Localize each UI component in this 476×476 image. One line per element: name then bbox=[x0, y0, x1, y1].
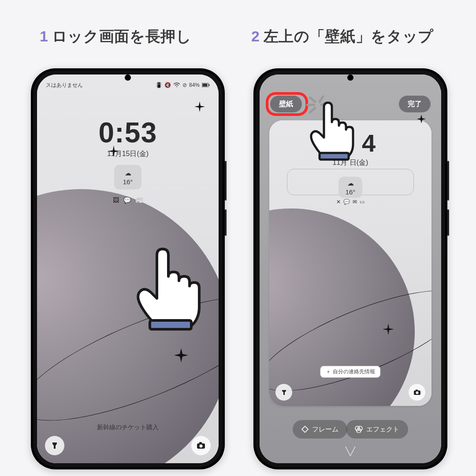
side-button bbox=[447, 209, 449, 236]
chevron-down-icon[interactable]: ╲╱ bbox=[346, 446, 355, 456]
weather-widget[interactable]: ☁ 16° bbox=[114, 165, 141, 190]
temp: 16° bbox=[123, 178, 133, 186]
battery-icon bbox=[202, 83, 210, 87]
dnd-icon: ⊘ bbox=[182, 82, 187, 88]
done-button[interactable]: 完了 bbox=[399, 96, 431, 112]
step2-num: 2 bbox=[251, 28, 260, 45]
wifi-icon bbox=[173, 82, 180, 88]
frame-label: フレーム bbox=[312, 425, 338, 434]
mail-icon: ✉ bbox=[353, 199, 357, 205]
status-bar: スはありません 📳 🔇 ⊘ 84% bbox=[37, 79, 219, 91]
notif-row[interactable]: 🖼 💬 📰 bbox=[113, 197, 143, 204]
side-button bbox=[225, 209, 227, 236]
mute-icon: 🔇 bbox=[164, 82, 171, 88]
phone-step1: スはありません 📳 🔇 ⊘ 84% 0:53 11月15日(金) ☁ 16° bbox=[31, 68, 225, 469]
side-button bbox=[225, 161, 227, 201]
camera-button[interactable] bbox=[191, 436, 211, 455]
front-camera bbox=[347, 74, 353, 81]
svg-rect-6 bbox=[150, 320, 191, 329]
svg-rect-9 bbox=[416, 390, 418, 391]
notif-icon: ▭ bbox=[360, 199, 364, 205]
sparkle-icon bbox=[416, 114, 426, 124]
effect-label: エフェクト bbox=[366, 425, 399, 434]
lock-editor-screen[interactable]: 壁紙 完了 0:54 11月 日(金) ☁ 16° bbox=[260, 74, 441, 463]
cloud-icon: ☁ bbox=[347, 179, 354, 187]
carrier-text: スはありません bbox=[46, 82, 83, 89]
step2-title: 2左上の「壁紙」をタップ bbox=[251, 26, 434, 47]
svg-rect-18 bbox=[320, 153, 349, 160]
add-contact-button[interactable]: ＋ 自分の連絡先情報 bbox=[320, 366, 380, 378]
svg-rect-2 bbox=[209, 84, 210, 86]
lock-clock[interactable]: 0:53 bbox=[98, 119, 157, 147]
missed-icon: ✕ bbox=[336, 199, 341, 205]
effect-icon bbox=[355, 426, 363, 433]
weather-widget[interactable]: ☁ 16° bbox=[338, 177, 362, 198]
flashlight-button[interactable] bbox=[45, 436, 64, 455]
battery-pct: 84% bbox=[189, 82, 200, 88]
notif-row[interactable]: ✕ 💬 ✉ ▭ bbox=[336, 199, 364, 205]
chat-icon: 💬 bbox=[123, 197, 131, 204]
step1-num: 1 bbox=[40, 28, 48, 45]
lock-screen[interactable]: スはありません 📳 🔇 ⊘ 84% 0:53 11月15日(金) ☁ 16° bbox=[37, 74, 219, 463]
camera-button[interactable] bbox=[409, 384, 425, 401]
step1-title: 1ロック画面を長押し bbox=[40, 26, 192, 47]
wallpaper-button[interactable]: 壁紙 bbox=[270, 96, 302, 112]
sparkle-icon bbox=[194, 101, 205, 112]
chat-icon: 💬 bbox=[343, 199, 350, 205]
news-icon: 📰 bbox=[135, 197, 143, 204]
sparkle-icon bbox=[174, 348, 189, 363]
cloud-icon: ☁ bbox=[125, 169, 131, 177]
gesture-tap-icon bbox=[306, 101, 355, 163]
side-button bbox=[447, 161, 449, 201]
frame-button[interactable]: フレーム bbox=[293, 420, 347, 439]
step1-text: ロック画面を長押し bbox=[52, 28, 192, 45]
vibrate-icon: 📳 bbox=[156, 82, 162, 88]
lockscreen-preview-card[interactable]: 0:54 11月 日(金) ☁ 16° ✕ 💬 ✉ ▭ ＋ 自分の連絡先情報 bbox=[269, 120, 431, 406]
phone-step2: 壁紙 完了 0:54 11月 日(金) ☁ 16° bbox=[253, 68, 447, 469]
svg-rect-1 bbox=[203, 84, 208, 87]
effect-button[interactable]: エフェクト bbox=[346, 420, 408, 439]
svg-rect-5 bbox=[199, 442, 202, 444]
svg-point-8 bbox=[416, 391, 418, 394]
flashlight-button[interactable] bbox=[275, 384, 292, 401]
suggestion-chip[interactable]: 新幹線のチケット購入 bbox=[97, 424, 159, 431]
frame-icon bbox=[301, 426, 309, 433]
gesture-longpress-icon bbox=[130, 246, 205, 335]
step2-text: 左上の「壁紙」をタップ bbox=[264, 28, 434, 45]
photo-icon: 🖼 bbox=[113, 197, 119, 204]
temp: 16° bbox=[346, 188, 356, 196]
lock-date: 11月15日(金) bbox=[107, 149, 149, 159]
sparkle-icon bbox=[382, 323, 394, 335]
svg-point-4 bbox=[200, 445, 203, 448]
front-camera bbox=[125, 74, 131, 81]
